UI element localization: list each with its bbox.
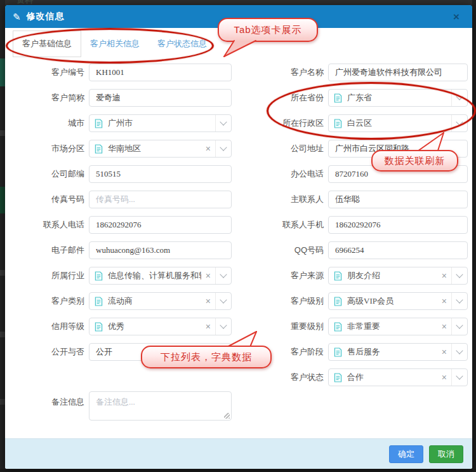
postal-code-input[interactable]: 510515 xyxy=(89,165,232,183)
clear-icon[interactable]: × xyxy=(442,347,447,356)
field-main-contact: 主联系人伍华聪 xyxy=(260,187,468,212)
background-fragment xyxy=(0,399,5,405)
document-icon xyxy=(95,271,103,281)
field-label: QQ号码 xyxy=(260,245,324,256)
callout-bubble: 下拉列表，字典数据 xyxy=(141,346,272,368)
customer-short-input[interactable]: 爱奇迪 xyxy=(89,89,232,107)
select-value: 非常重要 xyxy=(347,321,437,332)
field-label: 公开与否 xyxy=(21,346,84,358)
contact-mobile-input[interactable]: 18620292076 xyxy=(328,216,468,234)
field-label: 客户简称 xyxy=(21,92,84,104)
field-label: 办公电话 xyxy=(260,168,324,180)
field-contact-mobile: 联系人手机18620292076 xyxy=(260,212,468,238)
ok-button[interactable]: 确定 xyxy=(389,445,423,463)
input-value: 18620292076 xyxy=(335,220,381,230)
clear-icon[interactable]: × xyxy=(206,322,211,331)
close-icon[interactable]: × xyxy=(453,11,459,22)
contact-phone-input[interactable]: 18620292076 xyxy=(89,216,232,234)
field-label: 备注信息 xyxy=(21,391,84,408)
background-page-strip xyxy=(0,0,5,472)
chevron-down-icon[interactable] xyxy=(215,115,231,131)
select-value: 华南地区 xyxy=(108,143,201,154)
field-customer-short: 客户简称爱奇迪 xyxy=(21,85,232,111)
chevron-down-icon[interactable] xyxy=(451,293,467,309)
input-value: 18620292076 xyxy=(96,220,142,230)
chevron-down-icon[interactable] xyxy=(451,344,467,360)
field-city: 城市广州市 xyxy=(21,111,232,136)
document-icon xyxy=(334,347,342,357)
cancel-button[interactable]: 取消 xyxy=(429,445,463,463)
remarks-textarea[interactable]: 备注信息... xyxy=(89,391,232,421)
field-label: 信用等级 xyxy=(21,321,84,332)
field-label: 客户来源 xyxy=(260,270,324,281)
field-label: 传真号码 xyxy=(21,194,84,205)
chevron-down-icon[interactable] xyxy=(451,318,467,335)
dialog-footer: 确定 取消 xyxy=(5,438,472,469)
credit-rating-select[interactable]: 优秀× xyxy=(89,318,232,335)
input-value: 87207160 xyxy=(335,169,368,179)
market-zone-select[interactable]: 华南地区× xyxy=(89,140,232,158)
document-icon xyxy=(95,322,103,332)
field-label: 市场分区 xyxy=(21,143,84,154)
field-customer-stage: 客户阶段售后服务× xyxy=(260,339,468,365)
chevron-down-icon[interactable] xyxy=(215,293,231,309)
chevron-down-icon[interactable] xyxy=(451,267,467,284)
field-email: 电子邮件wuhuacong@163.com xyxy=(21,238,232,263)
field-label: 客户编号 xyxy=(21,67,84,78)
clear-icon[interactable]: × xyxy=(442,322,447,331)
industry-select[interactable]: 信息传输、计算机服务和软…× xyxy=(89,267,232,285)
dialog-title: 修改信息 xyxy=(27,11,65,22)
document-icon xyxy=(95,144,103,154)
background-table-row xyxy=(0,58,5,86)
field-qq-number: QQ号码6966254 xyxy=(260,238,468,263)
field-contact-phone: 联系人电话18620292076 xyxy=(21,212,232,238)
customer-stage-select[interactable]: 售后服务× xyxy=(328,343,468,361)
city-select[interactable]: 广州市 xyxy=(89,114,232,132)
input-value: 510515 xyxy=(96,169,121,179)
field-customer-type: 客户类别流动商× xyxy=(21,288,232,314)
input-value: 伍华聪 xyxy=(335,194,360,205)
customer-type-select[interactable]: 流动商× xyxy=(89,292,232,310)
importance-level-select[interactable]: 非常重要× xyxy=(328,318,468,335)
customer-source-select[interactable]: 朋友介绍× xyxy=(328,267,468,285)
chevron-down-icon[interactable] xyxy=(215,140,231,157)
customer-name-input[interactable]: 广州爱奇迪软件科技有限公司 xyxy=(328,64,468,81)
resize-handle-icon[interactable] xyxy=(224,413,230,419)
document-icon xyxy=(334,322,342,332)
field-postal-code: 公司邮编510515 xyxy=(21,161,232,187)
clear-icon[interactable]: × xyxy=(206,297,211,306)
document-icon xyxy=(334,297,342,306)
background-fragment xyxy=(0,130,5,136)
email-input[interactable]: wuhuacong@163.com xyxy=(89,241,232,259)
chevron-down-icon[interactable] xyxy=(215,267,231,284)
background-fragment xyxy=(0,270,5,276)
clear-icon[interactable]: × xyxy=(442,297,447,306)
clear-icon[interactable]: × xyxy=(442,373,447,382)
field-customer-status: 客户状态合作× xyxy=(260,365,468,390)
qq-number-input[interactable]: 6966254 xyxy=(328,241,468,259)
clear-icon[interactable]: × xyxy=(206,144,211,153)
field-label: 客户级别 xyxy=(260,295,324,307)
select-value: 广州市 xyxy=(108,118,215,129)
field-label: 客户类别 xyxy=(21,295,84,307)
field-label: 客户状态 xyxy=(260,372,324,383)
input-value: 爱奇迪 xyxy=(96,92,121,104)
customer-status-select[interactable]: 合作× xyxy=(328,368,468,386)
customer-level-select[interactable]: 高级VIP会员× xyxy=(328,292,468,310)
background-text-fragment: 资料 xyxy=(17,0,33,5)
field-fax-number: 传真号码传真号码... xyxy=(21,187,232,212)
select-value: 合作 xyxy=(347,372,437,383)
field-customer-name: 客户名称广州爱奇迪软件科技有限公司 xyxy=(260,60,468,85)
field-market-zone: 市场分区华南地区× xyxy=(21,136,232,161)
select-value: 售后服务 xyxy=(347,346,437,358)
chevron-down-icon[interactable] xyxy=(451,369,467,386)
main-contact-input[interactable]: 伍华聪 xyxy=(328,191,468,208)
select-value: 高级VIP会员 xyxy=(347,295,437,307)
fax-number-input[interactable]: 传真号码... xyxy=(89,191,232,208)
background-page-strip: 资料 xyxy=(0,0,476,5)
clear-icon[interactable]: × xyxy=(206,271,211,280)
callout-bubble: Tab选项卡展示 xyxy=(218,18,318,42)
clear-icon[interactable]: × xyxy=(442,271,447,280)
customer-code-input[interactable]: KH1001 xyxy=(89,64,232,81)
edit-info-dialog: ✎ 修改信息 × 客户基础信息客户相关信息客户状态信息 客户编号KH1001客户… xyxy=(5,5,472,469)
